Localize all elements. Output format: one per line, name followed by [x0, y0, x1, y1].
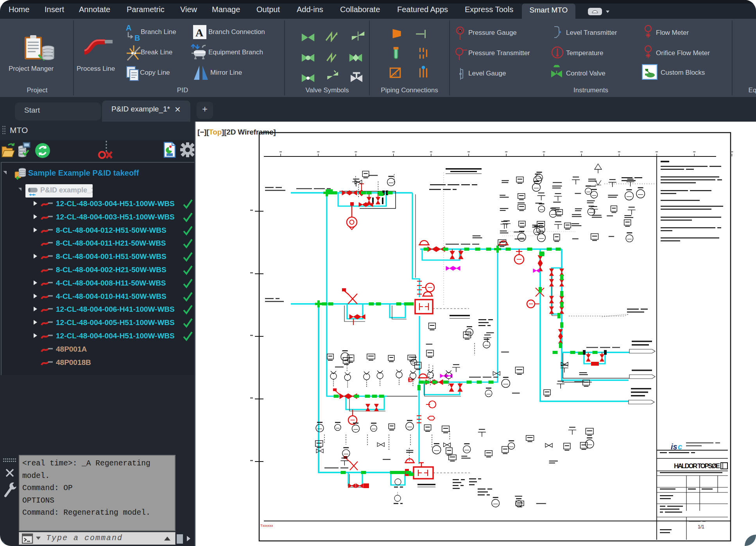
svg-text:...: ...: [167, 154, 169, 156]
svg-text:1/1: 1/1: [698, 524, 704, 530]
svg-text:B: B: [134, 34, 140, 41]
svg-text:A: A: [195, 27, 204, 39]
svg-text:c: c: [678, 442, 682, 451]
svg-text:HALDOR TOPSØE: HALDOR TOPSØE: [674, 462, 720, 470]
svg-text:XX: XX: [392, 72, 397, 76]
svg-text:is: is: [671, 442, 677, 451]
svg-text:A: A: [126, 23, 131, 32]
svg-text:Txxxxxx: Txxxxxx: [260, 524, 273, 528]
